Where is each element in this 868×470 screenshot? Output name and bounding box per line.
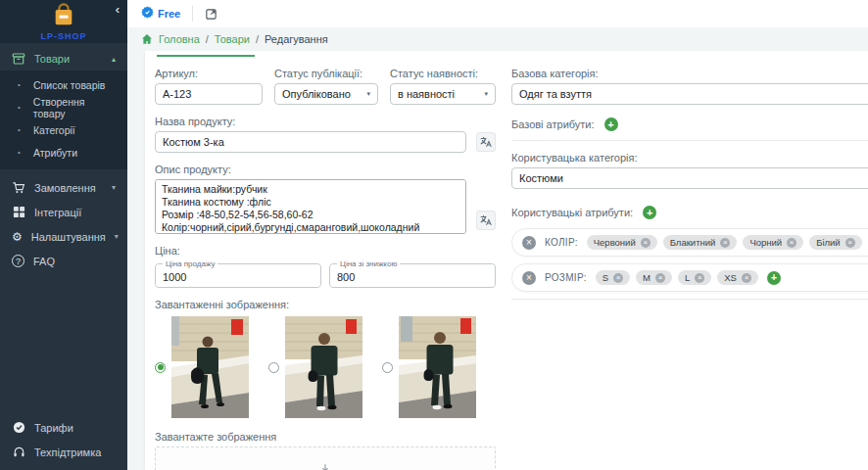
attribute-chip: S ×: [596, 270, 630, 285]
sidebar-item-tariffs[interactable]: Тарифи: [0, 415, 127, 440]
base-category-label: Базова категорія:: [511, 68, 868, 79]
gear-icon: ⚙: [12, 231, 23, 243]
bullet-icon: •: [18, 80, 25, 89]
custom-category-select[interactable]: Костюми ▾: [511, 167, 868, 189]
sidebar-item-label: Налаштування: [31, 231, 106, 243]
image-radio-3[interactable]: [382, 362, 393, 373]
sub-item-label: Створення товару: [33, 96, 118, 119]
add-custom-attribute-icon[interactable]: +: [643, 206, 656, 219]
availability-status-value: в наявності: [398, 88, 455, 100]
remove-chip-icon[interactable]: ×: [742, 273, 751, 283]
availability-status-select[interactable]: в наявності ▾: [390, 83, 496, 105]
sub-item-label: Атрибути: [33, 147, 77, 159]
form-right-column: Базова категорія: Базові атрибути: + Кор…: [511, 57, 868, 470]
discount-price-float-label: Ціна зі знижкою: [337, 259, 400, 268]
chip-label: Червоний: [594, 237, 636, 248]
translate-icon[interactable]: [476, 132, 496, 152]
box-icon: [12, 52, 25, 66]
remove-chip-icon[interactable]: ×: [641, 238, 651, 248]
sidebar-item-label: Замовлення: [34, 182, 96, 194]
breadcrumb-home-link[interactable]: Головна: [159, 33, 200, 45]
sale-price-float-label: Ціна продажу: [163, 259, 217, 268]
sidebar-item-label: Техпідтримка: [34, 446, 101, 458]
sidebar-collapse-icon[interactable]: ‹: [116, 3, 120, 16]
logo-text: LP-SHOP: [40, 31, 86, 41]
attribute-chip: M ×: [636, 270, 672, 285]
edit-product-card: Артикул: Статус публікації: Опубліковано…: [145, 51, 868, 470]
attribute-name: КОЛІР:: [545, 237, 578, 248]
home-icon[interactable]: [141, 33, 153, 45]
attribute-row-color: × КОЛІР: Червоний × Блакитний ×: [511, 228, 868, 257]
add-base-attribute-icon[interactable]: +: [604, 118, 618, 131]
plan-label: Free: [158, 8, 180, 20]
sidebar-item-categories[interactable]: • Категорії: [0, 118, 127, 141]
remove-attribute-icon[interactable]: ×: [522, 236, 536, 250]
chip-label: S: [603, 272, 608, 283]
sidebar-item-product-list[interactable]: • Список товарів: [0, 73, 127, 96]
badge-check-icon: [12, 421, 25, 434]
custom-category-label: Користувацька категорія:: [511, 152, 868, 164]
remove-chip-icon[interactable]: ×: [787, 238, 796, 248]
remove-chip-icon[interactable]: ×: [845, 238, 855, 248]
publication-status-value: Опубліковано: [282, 88, 351, 100]
product-image-2[interactable]: [285, 316, 362, 418]
remove-attribute-icon[interactable]: ×: [522, 271, 536, 285]
chevron-down-icon: ▾: [366, 90, 370, 98]
chip-label: M: [643, 272, 651, 283]
sidebar-item-attributes[interactable]: • Атрибути: [0, 141, 127, 164]
chip-label: Білий: [816, 237, 841, 248]
sku-input[interactable]: [155, 83, 263, 105]
add-value-icon[interactable]: +: [767, 271, 781, 285]
chip-label: Блакитний: [670, 237, 716, 248]
custom-category-value: Костюми: [519, 172, 563, 184]
download-icon: [318, 462, 332, 470]
product-image-1[interactable]: [171, 316, 249, 418]
sidebar-item-label: Інтеграції: [34, 207, 81, 218]
sidebar-item-faq[interactable]: ? FAQ: [0, 249, 127, 273]
remove-chip-icon[interactable]: ×: [613, 273, 623, 283]
chip-label: XS: [724, 272, 737, 283]
image-radio-1[interactable]: [155, 362, 166, 373]
main-area: Free uk ▾: [127, 0, 868, 470]
bullet-icon: •: [18, 103, 25, 112]
breadcrumb-separator: /: [206, 33, 209, 45]
product-description-textarea[interactable]: Тканина майки:рубчик Тканина костюму :фл…: [155, 179, 466, 234]
publication-status-label: Статус публікації:: [274, 68, 378, 79]
sub-item-label: Список товарів: [33, 79, 105, 91]
sidebar-item-integrations[interactable]: Інтеграції: [0, 200, 127, 224]
publication-status-select[interactable]: Опубліковано ▾: [274, 83, 378, 105]
base-category-input[interactable]: [511, 83, 868, 105]
sidebar-item-settings[interactable]: ⚙ Налаштування ▾: [0, 224, 127, 249]
form-left-column: Артикул: Статус публікації: Опубліковано…: [155, 57, 496, 470]
uploaded-images-row: [155, 316, 496, 418]
image-upload-dropzone[interactable]: [155, 446, 496, 470]
uploaded-images-label: Завантаженні зображення:: [155, 299, 496, 310]
product-image-3[interactable]: [399, 316, 476, 418]
sidebar-item-label: Тарифи: [34, 422, 73, 434]
attribute-chip: Чорний ×: [743, 235, 803, 250]
remove-chip-icon[interactable]: ×: [695, 273, 704, 283]
remove-chip-icon[interactable]: ×: [720, 238, 730, 248]
breadcrumb-products-link[interactable]: Товари: [215, 33, 250, 45]
sidebar-item-products[interactable]: Товари ▴: [0, 47, 127, 70]
discount-price-field: Ціна зі знижкою: [329, 263, 496, 288]
image-radio-2[interactable]: [268, 362, 279, 373]
app-window: LP-SHOP ‹ Товари ▴ • Список товарів • Ст…: [0, 0, 868, 470]
translate-icon[interactable]: [476, 211, 496, 230]
remove-chip-icon[interactable]: ×: [655, 273, 665, 283]
sidebar-item-create-product[interactable]: • Створення товару: [0, 96, 127, 118]
sidebar-item-orders[interactable]: Замовлення ▾: [0, 175, 127, 200]
chevron-down-icon: ▾: [112, 183, 116, 192]
product-description-label: Опис продукту:: [155, 164, 496, 175]
product-name-input[interactable]: [155, 131, 466, 153]
sku-field-group: Артикул:: [155, 57, 263, 105]
content-area: Артикул: Статус публікації: Опубліковано…: [127, 51, 868, 470]
grid-icon: [12, 206, 25, 218]
image-item-3: [382, 316, 476, 418]
attribute-chip: L ×: [678, 270, 711, 285]
external-link-icon[interactable]: [205, 8, 217, 21]
image-item-2: [268, 316, 362, 418]
products-submenu: • Список товарів • Створення товару • Ка…: [0, 70, 127, 169]
plan-badge[interactable]: Free: [141, 5, 180, 23]
sidebar-item-support[interactable]: Техпідтримка: [0, 440, 127, 464]
